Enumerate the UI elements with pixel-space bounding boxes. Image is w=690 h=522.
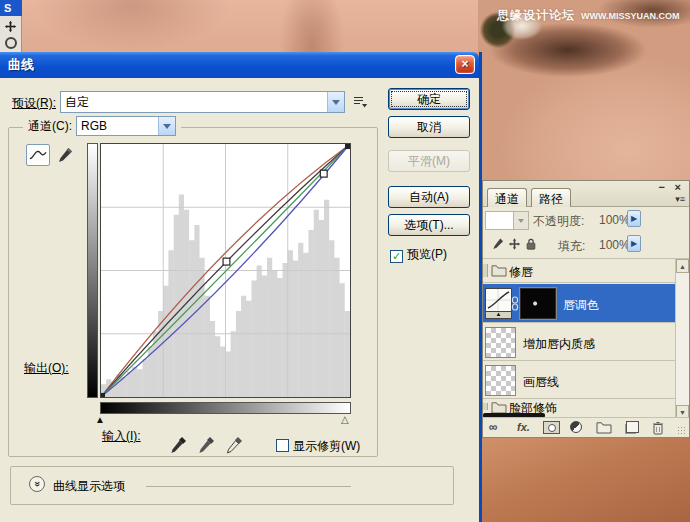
layer-thumbnail-transparent[interactable] <box>485 365 516 396</box>
toolbox-sliver <box>0 16 22 52</box>
fill-value[interactable]: 100% <box>599 238 630 252</box>
opacity-value[interactable]: 100% <box>599 213 630 227</box>
options-button[interactable]: 选项(T)... <box>388 214 470 236</box>
lock-all-icon[interactable] <box>525 237 537 251</box>
layer-style-icon[interactable]: fx. <box>517 421 530 434</box>
edit-points-tool-button[interactable] <box>26 144 50 166</box>
curve-plot <box>101 144 350 397</box>
output-label: 输出(O): <box>24 360 69 377</box>
panel-minimize-icon[interactable]: − <box>659 182 665 193</box>
curve-grid[interactable] <box>100 143 351 398</box>
blend-mode-select[interactable] <box>485 211 529 230</box>
move-tool-icon[interactable] <box>4 20 17 33</box>
layer-list: 修唇 ▲ 唇调色 增加唇内质感 <box>483 259 689 419</box>
layers-footer: ∞ fx. <box>483 417 689 437</box>
channel-select[interactable]: RGB <box>76 116 176 136</box>
white-point-slider[interactable]: △ <box>341 415 349 425</box>
panel-header: − × 通道 路径 ▾≡ <box>483 181 689 207</box>
dialog-title: 曲线 <box>8 57 34 72</box>
preview-checkbox[interactable]: ✓预览(P) <box>390 246 447 263</box>
output-label-text: 输出(O): <box>24 361 69 375</box>
layer-name: 唇调色 <box>563 297 599 314</box>
panel-close-icon[interactable]: × <box>675 182 681 193</box>
cancel-button[interactable]: 取消 <box>388 116 470 138</box>
new-group-icon[interactable] <box>596 421 612 434</box>
output-gradient-bar <box>87 143 98 398</box>
app-logo: S <box>0 0 22 16</box>
preset-select[interactable]: 自定 <box>60 91 345 113</box>
layers-panel: − × 通道 路径 ▾≡ 不透明度: 100% ▶ 填充: 100% <box>482 180 690 438</box>
chevron-down-icon[interactable] <box>327 92 344 112</box>
lock-brush-icon[interactable] <box>491 237 504 251</box>
auto-button[interactable]: 自动(A) <box>388 186 470 208</box>
pencil-tool-icon[interactable] <box>56 146 74 164</box>
lock-position-icon[interactable] <box>508 237 521 251</box>
tab-paths[interactable]: 路径 <box>531 188 571 207</box>
layer-mask-thumbnail[interactable] <box>519 287 557 320</box>
curve-display-options-box: » 曲线显示选项 <box>10 466 454 505</box>
close-icon[interactable]: × <box>455 55 475 74</box>
smooth-button: 平滑(M) <box>388 150 470 172</box>
curves-adjustment-thumbnail[interactable]: ▲ <box>485 288 512 319</box>
resize-grip[interactable] <box>677 426 686 435</box>
black-eyedropper-icon[interactable] <box>170 436 187 456</box>
chevron-down-icon[interactable] <box>513 212 528 229</box>
preset-options-icon[interactable] <box>353 95 369 109</box>
photo-skin-bottom <box>482 436 690 522</box>
input-label-text: 输入(I): <box>102 429 141 443</box>
visibility-column-stub[interactable] <box>483 403 488 411</box>
preview-label: 预览(P) <box>407 247 447 261</box>
black-point-slider[interactable]: ▲ <box>95 415 105 425</box>
photo-eye-closeup <box>478 0 690 182</box>
delete-layer-icon[interactable] <box>652 421 664 435</box>
new-layer-icon[interactable] <box>626 421 639 433</box>
white-eyedropper-icon[interactable] <box>226 436 243 456</box>
layer-row-group[interactable]: 脸部修饰 <box>483 400 675 413</box>
watermark: 思缘设计论坛 WWW.MISSYUAN.COM <box>497 7 687 24</box>
thumbnail-slider-icon: ▲ <box>485 312 512 319</box>
channel-legend: 通道(C): RGB <box>23 116 181 136</box>
preview-checkbox-box[interactable]: ✓ <box>390 250 403 263</box>
preset-value: 自定 <box>61 94 327 111</box>
layer-name: 增加唇内质感 <box>523 336 595 353</box>
layer-row[interactable]: 增加唇内质感 <box>483 324 675 361</box>
divider <box>146 486 351 487</box>
expand-chevron-icon[interactable]: » <box>29 476 45 492</box>
fill-arrow-icon[interactable]: ▶ <box>627 235 641 252</box>
add-mask-icon[interactable] <box>543 421 560 434</box>
chevron-down-icon[interactable] <box>158 117 175 135</box>
dialog-titlebar[interactable]: 曲线 × <box>0 52 479 78</box>
folder-icon <box>491 264 507 277</box>
gray-eyedropper-icon[interactable] <box>198 436 215 456</box>
show-clipping-checkbox-box[interactable] <box>276 439 289 452</box>
tab-channels[interactable]: 通道 <box>487 188 527 207</box>
screenshot-root: 思缘设计论坛 WWW.MISSYUAN.COM S 曲线 × 预设(R): 自定 <box>0 0 690 522</box>
show-clipping-label: 显示修剪(W) <box>293 439 360 453</box>
scroll-up-icon[interactable]: ▲ <box>676 259 689 273</box>
fill-label: 填充: <box>558 238 585 255</box>
watermark-site-url: WWW.MISSYUAN.COM <box>581 11 680 21</box>
lasso-tool-icon[interactable] <box>5 37 17 49</box>
opacity-arrow-icon[interactable]: ▶ <box>627 210 641 227</box>
new-adjustment-layer-icon[interactable] <box>570 421 582 433</box>
layer-row-group[interactable]: 修唇 <box>483 259 675 283</box>
visibility-column-stub[interactable] <box>483 264 488 278</box>
curve-tool-icon <box>29 149 47 161</box>
curve-display-options-label: 曲线显示选项 <box>53 478 125 495</box>
layers-scrollbar[interactable]: ▲ ▼ <box>675 259 689 419</box>
blend-opacity-row: 不透明度: 100% ▶ <box>483 208 689 233</box>
layer-thumbnail-transparent[interactable] <box>485 327 516 358</box>
channel-value: RGB <box>77 119 158 133</box>
layer-row[interactable]: 画唇线 <box>483 362 675 399</box>
show-clipping-checkbox[interactable]: 显示修剪(W) <box>276 438 360 455</box>
preset-label-text: 预设(R): <box>12 96 56 110</box>
input-gradient-bar <box>100 402 351 414</box>
watermark-site-name: 思缘设计论坛 <box>497 7 575 24</box>
mask-link-icon[interactable] <box>511 296 519 311</box>
dialog-body: 预设(R): 自定 确定 取消 平滑(M) 自动(A) 选项(T)... ✓预览… <box>0 78 479 522</box>
layer-row-selected[interactable]: ▲ 唇调色 <box>483 284 675 323</box>
link-layers-icon[interactable]: ∞ <box>489 421 498 434</box>
ok-button[interactable]: 确定 <box>388 88 470 110</box>
lock-fill-row: 填充: 100% ▶ <box>483 233 689 259</box>
panel-menu-icon[interactable]: ▾≡ <box>675 194 685 204</box>
